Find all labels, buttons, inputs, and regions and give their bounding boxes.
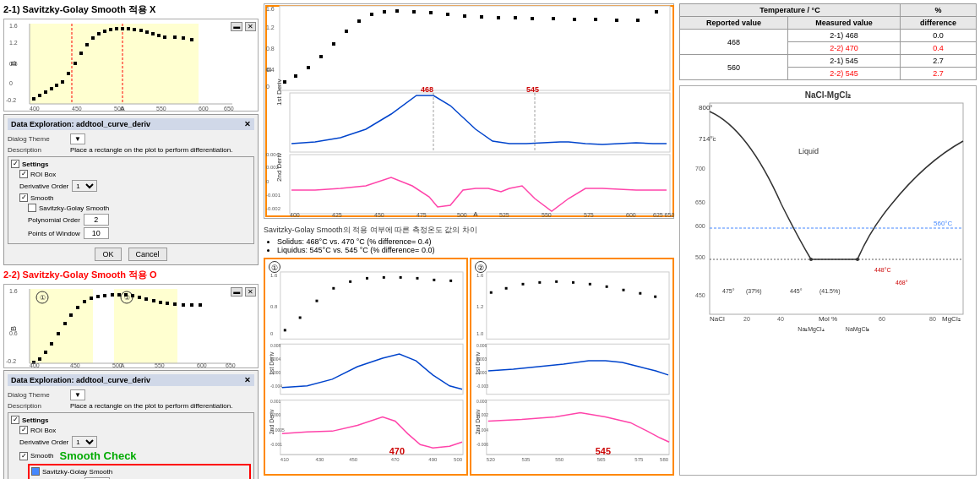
- ok-button[interactable]: OK: [95, 248, 121, 261]
- lower-left-section: 2-2) Savitzky-Golay Smooth 적용 O ▬ ✕ ①: [3, 269, 259, 479]
- theme-dropdown[interactable]: ▼: [70, 133, 85, 144]
- svg-text:714°c: 714°c: [699, 135, 716, 143]
- deriv-order-label: Derivative Order: [19, 182, 68, 190]
- lower-smooth-subsection: Smooth Smooth Check Savitzky-Golay Smoot…: [19, 449, 251, 479]
- svg-rect-23: [151, 32, 155, 35]
- svg-text:-0.002: -0.002: [476, 414, 488, 418]
- svg-rect-110: [573, 18, 576, 21]
- svg-text:1.2: 1.2: [266, 24, 275, 30]
- lower-theme-dropdown[interactable]: ▼: [70, 389, 85, 400]
- svg-rect-24: [157, 34, 161, 37]
- points-window-input[interactable]: [84, 227, 109, 239]
- svg-text:580: 580: [660, 457, 669, 462]
- lower-roi-row: ROI Box: [19, 426, 251, 434]
- svg-rect-11: [79, 52, 83, 55]
- svg-text:80: 80: [929, 316, 936, 322]
- svg-text:0.004: 0.004: [270, 357, 281, 362]
- poly-order-input[interactable]: [84, 214, 109, 226]
- savitzky-checkbox[interactable]: [28, 204, 36, 212]
- svg-text:575: 575: [584, 212, 594, 218]
- svg-text:470: 470: [391, 457, 400, 462]
- svg-text:0.006: 0.006: [476, 344, 487, 348]
- lower-smooth-checkbox[interactable]: [19, 452, 28, 460]
- svg-rect-190: [654, 296, 656, 298]
- svg-text:-0.001: -0.001: [266, 193, 281, 198]
- svg-rect-28: [190, 38, 193, 41]
- upper-plot-buttons[interactable]: ▬ ✕: [231, 21, 256, 30]
- points-window-row: Points of Window: [28, 227, 251, 239]
- svg-rect-145: [284, 329, 286, 331]
- upper-dialog: Data Exploration: addtool_curve_deriv ✕ …: [3, 114, 259, 265]
- svg-rect-94: [319, 55, 323, 58]
- bullet-1: Solidus: 468°C vs. 470 °C (% difference=…: [277, 237, 674, 246]
- svg-rect-16: [109, 28, 112, 31]
- deriv-order-select[interactable]: 1: [72, 180, 97, 192]
- roi-label: ROI Box: [30, 171, 56, 178]
- lower-plot-buttons[interactable]: ▬ ✕: [231, 286, 256, 296]
- svg-rect-166: [280, 400, 463, 455]
- lower-close-btn[interactable]: ✕: [245, 287, 256, 297]
- lower-middle-charts: ①: [264, 258, 674, 476]
- svg-rect-102: [429, 11, 433, 14]
- svg-text:800°: 800°: [699, 104, 713, 112]
- svg-rect-99: [383, 10, 386, 14]
- svg-rect-51: [38, 357, 41, 361]
- svg-rect-182: [522, 283, 525, 286]
- lower-deriv-select[interactable]: 1: [72, 436, 97, 448]
- svg-rect-52: [44, 351, 47, 354]
- svg-rect-10: [74, 62, 77, 65]
- svg-rect-151: [383, 276, 385, 279]
- reported-subheader: Reported value: [680, 17, 788, 30]
- settings-checkbox[interactable]: [11, 160, 19, 168]
- svg-rect-56: [69, 313, 73, 317]
- smooth-checkbox[interactable]: [19, 193, 28, 202]
- svg-text:520: 520: [487, 457, 496, 462]
- measured-545-2: 2-2) 545: [788, 68, 901, 80]
- lower-plot-svg: ① ②: [4, 285, 241, 367]
- minimize-btn[interactable]: ▬: [231, 22, 242, 31]
- svg-rect-108: [531, 17, 534, 20]
- close-btn[interactable]: ✕: [245, 22, 256, 31]
- lower-desc-row: Description Place a rectangle on the plo…: [8, 402, 254, 410]
- svg-text:40: 40: [777, 316, 784, 322]
- lower-roi-checkbox[interactable]: [19, 426, 28, 434]
- lower-title-text: 2-2) Savitzky-Golay Smooth 적용 O: [3, 269, 157, 280]
- lower-savitzky-checkbox[interactable]: [31, 467, 40, 476]
- svg-rect-7: [55, 84, 58, 87]
- svg-text:600: 600: [199, 106, 209, 111]
- desc-label: Description: [8, 146, 67, 154]
- svg-rect-54: [57, 332, 60, 335]
- lower-min-btn[interactable]: ▬: [231, 287, 242, 297]
- roi-checkbox[interactable]: [19, 170, 28, 178]
- svg-rect-59: [90, 297, 93, 300]
- cancel-button[interactable]: Cancel: [128, 248, 167, 261]
- lower-dialog-close[interactable]: ✕: [244, 376, 251, 384]
- svg-text:0: 0: [9, 80, 13, 86]
- table-row-1: 468 2-1) 468 0.0: [680, 30, 977, 42]
- svg-rect-72: [182, 303, 185, 307]
- svg-rect-184: [555, 280, 558, 283]
- lower-settings-checkbox[interactable]: [11, 416, 19, 424]
- svg-text:1.2: 1.2: [476, 304, 483, 309]
- svg-text:-0.2: -0.2: [6, 358, 16, 364]
- upper-dialog-close[interactable]: ✕: [244, 120, 251, 128]
- bullet-2: Liquidus: 545°C vs. 545 °C (% difference…: [277, 246, 674, 254]
- desc-text: Place a rectangle on the plot to perform…: [70, 146, 232, 154]
- svg-rect-96: [345, 30, 348, 33]
- svg-text:MgCl₂: MgCl₂: [942, 315, 961, 323]
- svg-text:1.6: 1.6: [9, 23, 18, 29]
- svg-text:①: ①: [40, 294, 46, 302]
- diff-468-1: 0.0: [900, 30, 976, 42]
- svg-text:1st Deriv: 1st Deriv: [275, 79, 283, 106]
- settings-section: Settings ROI Box Derivative Order 1: [8, 156, 254, 244]
- lower-theme-row: Dialog Theme ▼: [8, 389, 254, 400]
- svg-text:475°: 475°: [722, 288, 735, 294]
- region1-label: ①: [269, 261, 280, 273]
- svg-text:500: 500: [114, 106, 124, 111]
- svg-rect-149: [349, 280, 351, 283]
- svg-text:565: 565: [597, 457, 607, 462]
- note-bullets: Solidus: 468°C vs. 470 °C (% difference=…: [264, 237, 674, 254]
- svg-text:Mol %: Mol %: [819, 315, 837, 323]
- smooth-check-badge: Smooth Check: [60, 449, 137, 462]
- svg-text:0.001: 0.001: [270, 400, 281, 404]
